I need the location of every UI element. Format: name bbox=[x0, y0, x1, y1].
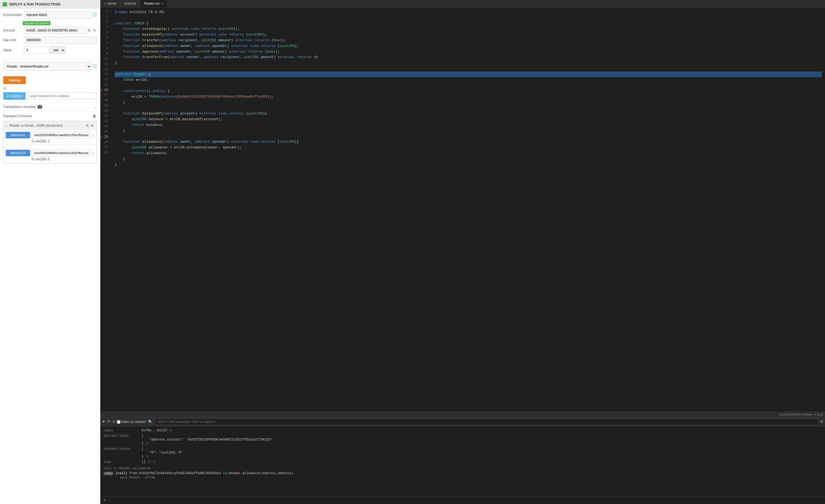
contract-select[interactable]: Reader - browser/Reader.sol bbox=[3, 62, 91, 71]
code-line-13: TOKEN erc20; bbox=[115, 77, 822, 83]
ln-6: 6 bbox=[100, 35, 109, 41]
contract-definition-text: ContractDefinition Reader ➔ 0 ref bbox=[778, 413, 823, 416]
account-select[interactable]: 0x926...5a5e3 (0.938259795 ether) bbox=[24, 27, 86, 34]
ln-1: 1 bbox=[100, 9, 109, 15]
code-line-22: } bbox=[115, 128, 822, 134]
gas-limit-row: Gas limit bbox=[3, 37, 97, 44]
contract-info-icon[interactable]: ⓘ bbox=[93, 64, 97, 69]
terminal-dropdown-icon[interactable]: ▼ bbox=[102, 420, 105, 424]
deploy-button[interactable]: Deploy bbox=[3, 76, 26, 84]
allowance-input[interactable] bbox=[32, 132, 91, 138]
environment-label: Environment bbox=[3, 13, 22, 17]
tab-snet[interactable]: Snet.sol bbox=[121, 0, 140, 7]
ln-8: 8 bbox=[100, 46, 109, 51]
value-unit-select[interactable]: wei bbox=[50, 47, 65, 54]
code-line-6: function transfer(address recipient, uin… bbox=[115, 38, 822, 44]
tab-reader-label: Reader.sol bbox=[144, 2, 159, 5]
contract-copy-btn[interactable]: ⎘ bbox=[86, 123, 89, 128]
or-text: or bbox=[3, 86, 97, 90]
balanceof-chevron-icon[interactable]: ⌄ bbox=[92, 151, 94, 155]
tab-home[interactable]: ⌂ Home bbox=[100, 0, 121, 7]
logs-copy2-icon[interactable]: ⎘ bbox=[153, 460, 155, 463]
terminal-copy-small-icon[interactable]: ⎘ bbox=[821, 420, 823, 424]
allowance-button[interactable]: allowance bbox=[6, 132, 30, 138]
code-line-28: } bbox=[115, 162, 822, 168]
balanceof-btn-row: balanceOf ⌄ bbox=[6, 150, 94, 156]
code-line-24: function allowance(address owner, addres… bbox=[115, 139, 822, 145]
allowance-func-row: allowance ⌄ 0: uint256: 2 bbox=[4, 130, 96, 148]
input-value: 0x70a...0a133 ⎘ bbox=[142, 429, 822, 432]
to-keyword: to:Reader.allowance(address,address) bbox=[223, 472, 293, 475]
account-select-wrapper[interactable]: 0x926...5a5e3 (0.938259795 ether) bbox=[24, 27, 86, 34]
balanceof-func-row: balanceOf ⌄ 0: uint256: 0 bbox=[4, 148, 96, 163]
transactions-chevron-icon[interactable]: ⌄ bbox=[94, 105, 97, 109]
code-line-12: contract Reader { bbox=[115, 72, 822, 77]
terminal-search-input[interactable] bbox=[155, 419, 819, 425]
account-copy-btn[interactable]: ⎘ bbox=[88, 28, 91, 33]
allowance-chevron-icon[interactable]: ⌄ bbox=[92, 133, 94, 137]
account-label: Account bbox=[3, 28, 22, 32]
call-tag: call bbox=[103, 472, 114, 475]
left-panel: DEPLOY & RUN TRANSACTIONS Environment In… bbox=[0, 0, 100, 504]
contract-name-label: Reader at 0xAa0...646fb (blockchain) bbox=[9, 124, 84, 128]
gas-limit-input[interactable] bbox=[24, 37, 97, 44]
environment-select-wrapper[interactable]: Injected Web3 bbox=[24, 11, 91, 18]
code-line-11 bbox=[115, 66, 822, 72]
code-line-7: function allowance(address owner, addres… bbox=[115, 44, 822, 49]
account-row: Account 0x926...5a5e3 (0.938259795 ether… bbox=[3, 27, 97, 34]
balanceof-input[interactable] bbox=[32, 150, 91, 156]
input-copy-icon[interactable]: ⎘ bbox=[170, 429, 172, 432]
deployed-contracts-section: Deployed Contracts 🗑 ⌄ Reader at 0xAa0..… bbox=[0, 111, 100, 504]
ln-24: 24 bbox=[100, 129, 109, 134]
terminal-search-icon[interactable]: 🔍 bbox=[148, 420, 153, 424]
code-line-15: constructor() public { bbox=[115, 88, 822, 94]
terminal-history-icon[interactable]: ⏱ bbox=[107, 420, 110, 424]
tab-reader[interactable]: Reader.sol ✕ bbox=[140, 0, 168, 7]
terminal-toolbar: ▼ ⏱ 0 listen on network 🔍 ⎘ bbox=[100, 418, 825, 426]
contract-delete-btn[interactable]: ✕ bbox=[90, 123, 94, 128]
at-address-button[interactable]: At Address bbox=[3, 92, 25, 100]
bottom-chevron-icon[interactable]: > bbox=[103, 498, 106, 502]
environment-select[interactable]: Injected Web3 bbox=[24, 11, 91, 18]
balanceof-button[interactable]: balanceOf bbox=[6, 150, 30, 156]
code-line-25: uint256 allowance = erc20.allowance(owne… bbox=[115, 145, 822, 151]
code-line-9: function transferFrom(address sender, ad… bbox=[115, 55, 822, 60]
code-editor: 1 2 3 4 5 6 7 8 9 10 11 12 13 14 15 △ 16… bbox=[100, 7, 825, 412]
ln-7: 7 bbox=[100, 41, 109, 46]
listen-network-checkbox[interactable] bbox=[117, 420, 121, 424]
value-amount-input[interactable] bbox=[24, 47, 48, 54]
bottom-input-row: > bbox=[100, 496, 825, 504]
decoded-output-copy-icon[interactable]: ⎘ bbox=[146, 455, 148, 458]
ln-5: 5 bbox=[100, 30, 109, 35]
deploy-icon bbox=[3, 2, 7, 6]
ln-13: 13 bbox=[100, 72, 109, 77]
ln-22: 22 bbox=[100, 119, 109, 124]
contract-expand-chevron[interactable]: ⌄ bbox=[6, 124, 8, 128]
value-label: Value bbox=[3, 48, 22, 52]
logs-copy-icon[interactable]: ⎘ bbox=[149, 460, 151, 463]
terminal-count: 0 bbox=[113, 420, 115, 424]
account-edit-btn[interactable]: ✎ bbox=[92, 28, 97, 33]
at-address-input[interactable] bbox=[27, 92, 97, 100]
network-badge: Ropsten (3) network bbox=[23, 21, 51, 25]
code-line-2 bbox=[115, 15, 822, 21]
deploy-section: Deploy or At Address bbox=[0, 74, 100, 103]
ln-9: 9 bbox=[100, 51, 109, 56]
ln-10: 10 bbox=[100, 56, 109, 62]
decoded-output-row: decoded output { "0": "uint256: 0" } ⎘ bbox=[103, 447, 822, 458]
code-line-5: function balanceOf(address account) exte… bbox=[115, 32, 822, 38]
tab-reader-close-icon[interactable]: ✕ bbox=[161, 2, 163, 5]
input-label: input bbox=[103, 429, 136, 432]
ln-25: △ 25 bbox=[100, 135, 109, 140]
tab-snet-label: Snet.sol bbox=[124, 2, 136, 5]
environment-info-icon[interactable]: ⓘ bbox=[93, 12, 97, 17]
from-label: [call] bbox=[116, 472, 127, 475]
code-content[interactable]: pragma solidity ^0.4.26; contract TOKEN … bbox=[111, 7, 825, 169]
decoded-input-value: { "address account": "0x62f28320f688A7A4… bbox=[142, 434, 822, 445]
decoded-input-copy-icon[interactable]: ⎘ bbox=[146, 442, 148, 445]
delete-contracts-btn[interactable]: 🗑 bbox=[92, 114, 97, 119]
code-line-14 bbox=[115, 83, 822, 88]
allowance-btn-row: allowance ⌄ bbox=[6, 132, 94, 138]
line-numbers: 1 2 3 4 5 6 7 8 9 10 11 12 13 14 15 △ 16… bbox=[100, 7, 111, 169]
logs-label: logs bbox=[103, 460, 136, 464]
